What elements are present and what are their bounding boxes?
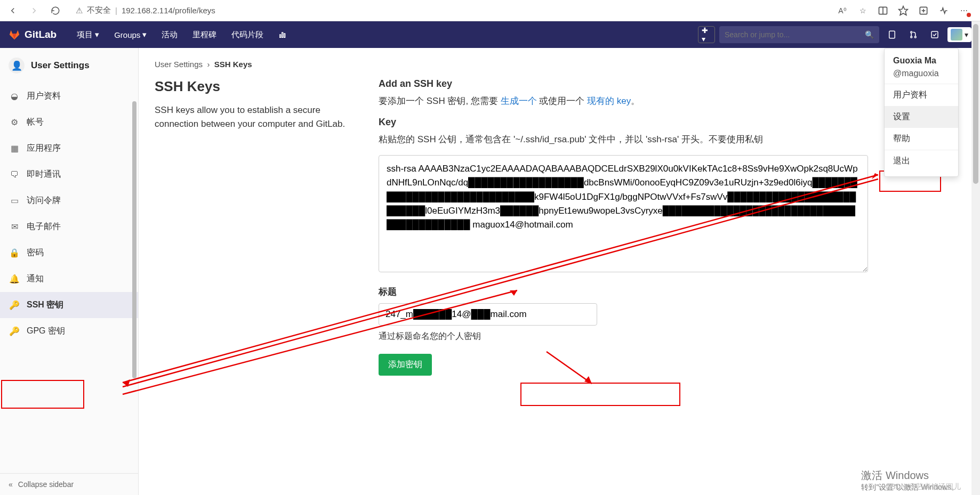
sidebar-item-apps[interactable]: ▦应用程序 (0, 135, 138, 161)
content-area: User Settings › SSH Keys SSH Keys SSH ke… (139, 48, 980, 495)
token-icon: ▭ (10, 196, 19, 206)
svg-rect-8 (284, 34, 285, 37)
refresh-button[interactable] (48, 3, 63, 18)
title-label: 标题 (379, 286, 868, 298)
chevron-left-icon: « (9, 480, 13, 489)
browser-toolbar: ⚠ 不安全 | 192.168.2.114/profile/keys A⁰ ☆ … (0, 0, 980, 21)
avatar-button[interactable]: ▾ (947, 27, 971, 42)
chat-icon: 🗨 (10, 170, 19, 180)
add-key-button[interactable]: 添加密钥 (379, 354, 432, 376)
key-help: 粘贴您的 SSH 公钥，通常包含在 '~/.ssh/id_rsa.pub' 文件… (379, 133, 868, 145)
nav-snippets[interactable]: 代码片段 (226, 27, 269, 43)
mr-icon[interactable] (905, 26, 922, 43)
account-icon: ⚙ (10, 118, 19, 127)
search-icon: 🔍 (865, 30, 874, 39)
menu-user-handle: @maguoxia (885, 69, 958, 84)
read-aloud-icon[interactable]: A⁰ (837, 5, 848, 16)
menu-help[interactable]: 帮助 (885, 128, 958, 150)
chevron-down-icon: ▾ (965, 30, 968, 39)
back-button[interactable] (5, 3, 20, 18)
menu-settings[interactable]: 设置 (885, 106, 958, 128)
nav-groups[interactable]: Groups ▾ (109, 27, 152, 43)
sidebar-item-email[interactable]: ✉电子邮件 (0, 214, 138, 240)
forward-button[interactable] (27, 3, 42, 18)
breadcrumb-root[interactable]: User Settings (155, 60, 203, 69)
generate-link[interactable]: 生成一个 (501, 96, 537, 106)
sidebar-item-ssh[interactable]: 🔑SSH 密钥 (0, 292, 138, 318)
user-menu: Guoxia Ma @maguoxia 用户资料 设置 帮助 退出 (884, 48, 959, 177)
right-column: Add an SSH key 要添加一个 SSH 密钥, 您需要 生成一个 或使… (379, 78, 964, 376)
favorite-icon[interactable]: ☆ (857, 5, 868, 16)
title-hint: 通过标题命名您的个人密钥 (379, 331, 868, 342)
collections-icon[interactable] (918, 5, 929, 16)
nav-chart-icon[interactable] (273, 27, 292, 42)
brand-label: GitLab (25, 29, 57, 40)
split-icon[interactable] (878, 5, 888, 16)
svg-point-12 (914, 36, 916, 38)
nav-projects[interactable]: 项目 ▾ (71, 27, 105, 43)
sidebar-item-gpg[interactable]: 🔑GPG 密钥 (0, 318, 138, 344)
browser-right-icons: A⁰ ☆ ⋯ (837, 5, 975, 16)
avatar-icon (951, 29, 962, 40)
page-scrollbar[interactable] (971, 21, 980, 495)
svg-rect-13 (931, 31, 938, 38)
insecure-label: 不安全 (87, 5, 111, 15)
key-icon: 🔑 (10, 301, 19, 310)
address-text: 192.168.2.114/profile/keys (122, 6, 215, 15)
svg-rect-7 (282, 33, 283, 37)
address-bar[interactable]: ⚠ 不安全 | 192.168.2.114/profile/keys (69, 3, 831, 19)
menu-profile[interactable]: 用户资料 (885, 84, 958, 106)
page-title: SSH Keys (155, 78, 357, 95)
page-desc: SSH keys allow you to establish a secure… (155, 103, 357, 131)
add-key-desc: 要添加一个 SSH 密钥, 您需要 生成一个 或使用一个 现有的 key。 (379, 95, 868, 107)
collapse-sidebar[interactable]: «Collapse sidebar (0, 473, 138, 495)
new-icon[interactable]: ✚ ▾ (698, 26, 715, 43)
sidebar-header: 👤 User Settings (0, 48, 138, 83)
title-input[interactable] (379, 303, 597, 326)
gpgkey-icon: 🔑 (10, 327, 19, 336)
profile-icon: ◒ (10, 92, 19, 101)
sidebar-item-password[interactable]: 🔒密码 (0, 240, 138, 266)
breadcrumb: User Settings › SSH Keys (155, 60, 964, 69)
nav-milestones[interactable]: 里程碑 (187, 27, 222, 43)
favorites-icon[interactable] (898, 5, 909, 16)
lock-icon: 🔒 (10, 248, 19, 258)
gitlab-icon (9, 29, 20, 40)
sidebar-item-chat[interactable]: 🗨即时通讯 (0, 161, 138, 188)
search-input[interactable] (725, 30, 861, 39)
apps-icon: ▦ (10, 144, 19, 153)
svg-marker-2 (899, 6, 908, 15)
sidebar-title: User Settings (31, 60, 90, 71)
insecure-icon: ⚠ (76, 6, 83, 15)
menu-user-name: Guoxia Ma (885, 53, 958, 69)
issues-icon[interactable] (883, 26, 901, 43)
search-box[interactable]: 🔍 (719, 26, 879, 43)
nav-activity[interactable]: 活动 (156, 27, 183, 43)
sidebar-item-tokens[interactable]: ▭访问令牌 (0, 188, 138, 214)
sidebar-item-notifications[interactable]: 🔔通知 (0, 266, 138, 292)
menu-icon[interactable]: ⋯ (959, 5, 969, 16)
sidebar-item-account[interactable]: ⚙帐号 (0, 109, 138, 135)
email-icon: ✉ (10, 222, 19, 232)
health-icon[interactable] (938, 5, 949, 16)
gitlab-logo[interactable]: GitLab (9, 29, 57, 40)
key-textarea[interactable] (379, 155, 868, 272)
sidebar-scrollbar[interactable] (132, 101, 136, 378)
existing-key-link[interactable]: 现有的 key (587, 96, 631, 106)
gitlab-topnav: GitLab 项目 ▾ Groups ▾ 活动 里程碑 代码片段 ✚ ▾ 🔍 ▾ (0, 21, 980, 48)
svg-point-11 (911, 36, 912, 38)
settings-sidebar: 👤 User Settings ◒用户资料 ⚙帐号 ▦应用程序 🗨即时通讯 ▭访… (0, 48, 139, 495)
sidebar-item-profile[interactable]: ◒用户资料 (0, 83, 138, 109)
svg-point-10 (911, 31, 912, 33)
user-icon: 👤 (9, 58, 25, 74)
scrollbar-thumb[interactable] (973, 24, 978, 184)
breadcrumb-current: SSH Keys (214, 60, 252, 69)
csdn-watermark: CSDN @艺麻馅汤圆儿 (885, 482, 961, 492)
menu-signout[interactable]: 退出 (885, 150, 958, 172)
todos-icon[interactable] (926, 26, 943, 43)
svg-rect-6 (280, 35, 281, 37)
left-column: SSH Keys SSH keys allow you to establish… (155, 78, 357, 376)
bell-icon: 🔔 (10, 274, 19, 284)
key-label: Key (379, 117, 868, 128)
svg-rect-9 (889, 31, 895, 38)
